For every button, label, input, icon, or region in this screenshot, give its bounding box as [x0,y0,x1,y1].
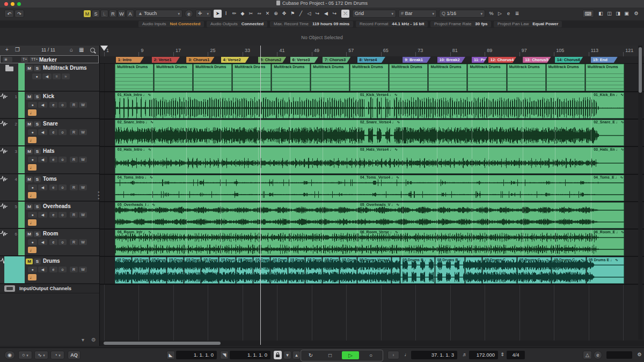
folder-part[interactable]: Multitrack Drums [350,64,389,91]
musical-timebase-icon[interactable]: ♩ [28,109,36,116]
solo-button[interactable]: S [34,258,41,264]
record-enable-icon[interactable]: ● [28,102,37,108]
read-automation-icon[interactable]: R [70,212,78,218]
write-automation-icon[interactable]: W [79,129,87,135]
metronome-icon[interactable]: △ [583,351,592,359]
grid-type-select[interactable]: # Bar▾ [398,10,437,18]
horizontal-scrollbar-thumb[interactable] [104,342,221,345]
left-locator-field[interactable]: 1. 1. 1. 0 [176,351,217,359]
quantize-select[interactable]: Q 1/16▾ [439,10,485,18]
glue-tool[interactable]: ∾ [255,10,264,18]
write-automation-icon[interactable]: W [79,184,87,190]
musical-timebase-icon[interactable]: ♩ [28,192,36,198]
read-automation-icon[interactable]: R [70,129,78,135]
freeze-icon[interactable]: o [58,129,67,135]
midi-record-mode-select[interactable]: ◔ ▾ [50,351,64,359]
range-selection-tool[interactable]: Ⅰ [222,10,230,18]
phase-coherent-icon[interactable]: ≈ [62,73,70,79]
timeline-ruler[interactable]: 191725334149576573818997105113121 [100,46,644,57]
mute-button[interactable]: M [26,231,33,237]
solo-button[interactable]: S [34,121,41,127]
setup-toolbar-gear-icon[interactable]: ⚙ [632,10,640,18]
track-row-multitrack-drums[interactable]: MSMultitrack Drums●◀=≈ [0,63,99,92]
mute-button[interactable]: M [26,149,33,154]
mute-button[interactable]: M [26,204,33,210]
track-settings-gear-icon[interactable]: ⚙ [91,337,96,343]
edit-channel-icon[interactable]: e [49,129,57,135]
folder-part[interactable]: Multitrack Drums [232,64,271,91]
edit-channel-icon[interactable]: e [49,102,57,108]
marker-flag[interactable]: 13: Chorus5 [523,57,551,63]
record-enable-icon[interactable]: ● [28,157,37,162]
folder-part[interactable]: Multitrack Drums [115,64,153,91]
comp-tool[interactable]: ⚑ [289,10,297,18]
marker-flag[interactable]: 14: Chorus6 [555,57,583,63]
quantize-icon-2[interactable]: e [504,10,513,18]
solo-button[interactable]: S [34,94,41,100]
position-field[interactable]: 37. 1. 1. 3 [411,351,457,359]
group-editing-icon[interactable]: = [53,73,61,79]
stop-button[interactable]: □ [321,351,339,359]
record-enable-icon[interactable]: ● [28,129,37,135]
solo-button[interactable]: S [34,231,41,237]
zone-toggle-1[interactable]: ◫ [605,10,613,18]
write-automation-icon[interactable]: W [79,239,87,245]
automation-s-button[interactable]: S [92,10,100,18]
monitor-icon[interactable]: ◀ [38,239,47,245]
freeze-icon[interactable]: o [58,102,67,108]
audition-tool[interactable]: ◁ [305,10,313,18]
solo-button[interactable]: S [34,149,41,154]
musical-timebase-icon[interactable]: ♩ [28,247,36,253]
hand-tool[interactable]: ✥ [280,10,288,18]
folder-part[interactable]: Multitrack Drums [389,64,428,91]
freeze-icon[interactable]: o [58,212,67,218]
record-enable-icon[interactable]: ● [28,184,37,190]
audition-feedback-icon[interactable]: ◀ [322,10,330,18]
marker-flag[interactable]: 2: Verse1 [152,57,180,63]
automation-r-button[interactable]: R [109,10,117,18]
track-row-drums[interactable]: 7MSDrums●◀eoRW♩ [0,256,99,284]
play-button[interactable]: ▷ [342,351,359,359]
freeze-icon[interactable]: o [58,157,67,162]
marker-flag[interactable]: 12: Chorus4 [488,57,516,63]
open-folder-icon[interactable] [5,67,13,71]
slip-tool[interactable]: ↪ [313,10,321,18]
freeze-icon[interactable]: o [58,239,67,245]
automation-w-button[interactable]: W [118,10,126,18]
solo-button[interactable]: S [34,204,41,210]
mute-button[interactable]: M [26,94,33,100]
mute-button[interactable]: M [26,176,33,182]
monitor-icon[interactable]: ◀ [38,102,47,108]
write-automation-icon[interactable]: W [79,267,87,272]
folder-part[interactable]: Multitrack Drums [507,64,546,91]
track-presets-icon[interactable]: ❒ [15,47,20,53]
quantize-icon-3[interactable]: ≣ [513,10,521,18]
folder-part[interactable]: Multitrack Drums [272,64,310,91]
track-filter-icon[interactable]: ▦ [79,47,84,53]
musical-timebase-icon[interactable]: ♩ [28,274,36,280]
monitor-icon[interactable]: ◀ [38,267,47,272]
marker-flag[interactable]: 5: Chorus2 [258,57,286,63]
preroll-icon[interactable]: ◗ [387,351,399,359]
track-row-kick[interactable]: 1MSKick●◀eoRW♩ [0,92,99,119]
right-locator-field[interactable]: 1. 1. 1. 0 [230,351,270,359]
left-locator-flag-icon[interactable]: ◣ [166,351,175,359]
monitor-icon[interactable]: ◀ [38,129,47,135]
marker-flag[interactable]: 9: Break1 [402,57,430,63]
redo-button[interactable]: ↷ [14,10,24,18]
read-automation-icon[interactable]: R [70,102,78,108]
marker-track-row[interactable]: ≣ T+ TT+ Marker [0,55,99,63]
sync-edit-icon[interactable]: e [594,351,602,359]
monitor-icon[interactable]: ◀ [42,73,52,79]
erase-tool[interactable]: ◆ [239,10,247,18]
solo-button[interactable]: S [34,65,41,71]
record-enable-icon[interactable]: ● [28,239,37,245]
monitor-icon[interactable]: ◀ [38,184,47,190]
snap-type-select[interactable]: Grid▾ [352,10,396,18]
mute-button[interactable]: M [26,65,33,71]
time-signature-field[interactable]: 4/4 [507,351,525,359]
object-selection-tool[interactable]: ➤ [214,10,222,18]
record-mode-select[interactable]: ○ ▾ [18,351,32,359]
monitor-icon[interactable]: ◀ [38,157,47,162]
audio-quantize-button[interactable]: AQ [68,351,80,359]
